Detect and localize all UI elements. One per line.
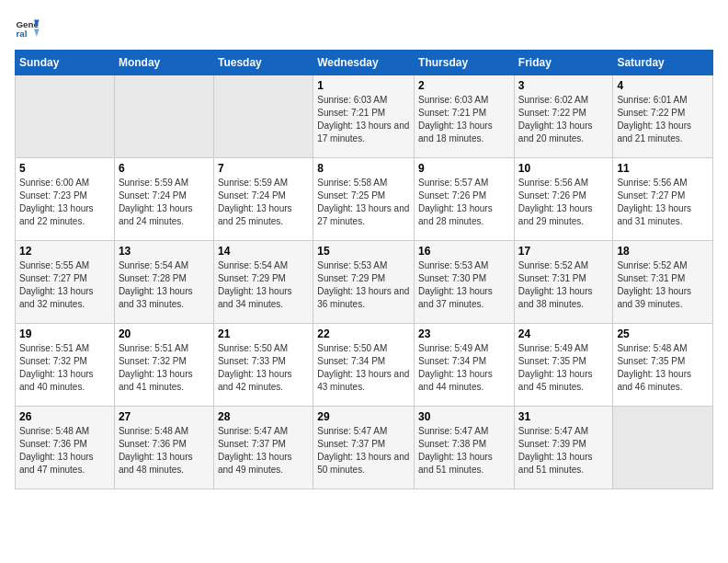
day-number: 29 (317, 410, 410, 423)
sunrise-text: Sunrise: 6:03 AM (418, 95, 488, 105)
day-number: 30 (418, 410, 510, 423)
daylight-text: Daylight: 13 hours and 36 minutes. (317, 286, 409, 309)
day-number: 20 (119, 327, 210, 340)
day-number: 17 (518, 245, 609, 258)
sunrise-text: Sunrise: 5:53 AM (418, 260, 488, 270)
sunset-text: Sunset: 7:29 PM (218, 273, 286, 283)
column-header-wednesday: Wednesday (313, 51, 415, 75)
column-header-friday: Friday (514, 51, 613, 75)
day-number: 26 (19, 410, 110, 423)
calendar-cell (114, 75, 213, 158)
calendar-cell: 13 Sunrise: 5:54 AM Sunset: 7:28 PM Dayl… (114, 241, 213, 324)
sunrise-text: Sunrise: 5:51 AM (119, 343, 188, 353)
sunset-text: Sunset: 7:34 PM (317, 356, 385, 366)
sunset-text: Sunset: 7:31 PM (617, 273, 685, 283)
daylight-text: Daylight: 13 hours and 24 minutes. (119, 203, 193, 226)
logo-icon: Gene ral (15, 15, 40, 40)
day-number: 7 (218, 162, 309, 175)
daylight-text: Daylight: 13 hours and 47 minutes. (19, 452, 94, 475)
sunset-text: Sunset: 7:31 PM (518, 273, 586, 283)
sunrise-text: Sunrise: 6:03 AM (317, 95, 387, 105)
sunrise-text: Sunrise: 5:58 AM (317, 178, 387, 188)
day-number: 1 (317, 79, 410, 92)
sunrise-text: Sunrise: 5:57 AM (418, 178, 488, 188)
daylight-text: Daylight: 13 hours and 40 minutes. (19, 369, 94, 392)
daylight-text: Daylight: 13 hours and 18 minutes. (418, 121, 493, 144)
daylight-text: Daylight: 13 hours and 29 minutes. (518, 203, 593, 226)
calendar-cell: 14 Sunrise: 5:54 AM Sunset: 7:29 PM Dayl… (213, 241, 313, 324)
day-number: 3 (518, 79, 609, 92)
day-number: 27 (119, 410, 210, 423)
day-number: 15 (317, 245, 410, 258)
day-number: 14 (218, 245, 309, 258)
column-header-tuesday: Tuesday (213, 51, 313, 75)
sunset-text: Sunset: 7:29 PM (317, 273, 385, 283)
calendar-table: SundayMondayTuesdayWednesdayThursdayFrid… (15, 50, 713, 489)
sunset-text: Sunset: 7:30 PM (418, 273, 486, 283)
calendar-cell: 18 Sunrise: 5:52 AM Sunset: 7:31 PM Dayl… (613, 241, 713, 324)
day-number: 4 (617, 79, 709, 92)
daylight-text: Daylight: 13 hours and 22 minutes. (19, 203, 94, 226)
sunrise-text: Sunrise: 5:55 AM (19, 260, 89, 270)
sunset-text: Sunset: 7:22 PM (518, 108, 586, 118)
sunset-text: Sunset: 7:37 PM (317, 439, 385, 449)
sunset-text: Sunset: 7:24 PM (218, 190, 286, 201)
sunrise-text: Sunrise: 5:56 AM (518, 178, 588, 188)
calendar-cell: 26 Sunrise: 5:48 AM Sunset: 7:36 PM Dayl… (16, 407, 115, 489)
sunrise-text: Sunrise: 5:53 AM (317, 260, 387, 270)
calendar-cell: 20 Sunrise: 5:51 AM Sunset: 7:32 PM Dayl… (114, 324, 213, 407)
day-number: 9 (418, 162, 510, 175)
sunset-text: Sunset: 7:21 PM (317, 108, 385, 118)
daylight-text: Daylight: 13 hours and 17 minutes. (317, 121, 409, 144)
calendar-cell: 7 Sunrise: 5:59 AM Sunset: 7:24 PM Dayli… (213, 158, 313, 241)
column-header-monday: Monday (114, 51, 213, 75)
daylight-text: Daylight: 13 hours and 25 minutes. (218, 203, 292, 226)
sunrise-text: Sunrise: 5:48 AM (19, 426, 89, 436)
day-number: 5 (19, 162, 110, 175)
calendar-cell: 31 Sunrise: 5:47 AM Sunset: 7:39 PM Dayl… (514, 407, 613, 489)
svg-marker-3 (34, 29, 40, 36)
sunset-text: Sunset: 7:36 PM (19, 439, 87, 449)
sunrise-text: Sunrise: 5:50 AM (218, 343, 288, 353)
sunrise-text: Sunrise: 5:51 AM (19, 343, 89, 353)
sunset-text: Sunset: 7:35 PM (518, 356, 586, 366)
calendar-cell (16, 75, 115, 158)
column-header-saturday: Saturday (613, 51, 713, 75)
calendar-cell: 25 Sunrise: 5:48 AM Sunset: 7:35 PM Dayl… (613, 324, 713, 407)
daylight-text: Daylight: 13 hours and 51 minutes. (518, 452, 593, 475)
sunrise-text: Sunrise: 5:49 AM (518, 343, 588, 353)
sunrise-text: Sunrise: 5:47 AM (518, 426, 588, 436)
sunrise-text: Sunrise: 5:48 AM (617, 343, 687, 353)
daylight-text: Daylight: 13 hours and 43 minutes. (317, 369, 409, 392)
daylight-text: Daylight: 13 hours and 50 minutes. (317, 452, 409, 475)
daylight-text: Daylight: 13 hours and 28 minutes. (418, 203, 493, 226)
day-number: 25 (617, 327, 709, 340)
calendar-cell: 15 Sunrise: 5:53 AM Sunset: 7:29 PM Dayl… (313, 241, 415, 324)
day-number: 16 (418, 245, 510, 258)
calendar-cell: 24 Sunrise: 5:49 AM Sunset: 7:35 PM Dayl… (514, 324, 613, 407)
sunset-text: Sunset: 7:28 PM (119, 273, 187, 283)
day-number: 10 (518, 162, 609, 175)
sunset-text: Sunset: 7:32 PM (19, 356, 87, 366)
day-number: 13 (119, 245, 210, 258)
sunrise-text: Sunrise: 5:52 AM (617, 260, 687, 270)
svg-text:ral: ral (16, 29, 27, 39)
calendar-cell: 12 Sunrise: 5:55 AM Sunset: 7:27 PM Dayl… (16, 241, 115, 324)
sunset-text: Sunset: 7:26 PM (418, 190, 486, 201)
calendar-cell: 2 Sunrise: 6:03 AM Sunset: 7:21 PM Dayli… (415, 75, 515, 158)
daylight-text: Daylight: 13 hours and 31 minutes. (617, 203, 691, 226)
sunset-text: Sunset: 7:27 PM (19, 273, 87, 283)
daylight-text: Daylight: 13 hours and 39 minutes. (617, 286, 691, 309)
calendar-cell: 11 Sunrise: 5:56 AM Sunset: 7:27 PM Dayl… (613, 158, 713, 241)
sunrise-text: Sunrise: 6:00 AM (19, 178, 89, 188)
calendar-cell: 19 Sunrise: 5:51 AM Sunset: 7:32 PM Dayl… (16, 324, 115, 407)
calendar-cell: 5 Sunrise: 6:00 AM Sunset: 7:23 PM Dayli… (16, 158, 115, 241)
sunrise-text: Sunrise: 5:47 AM (418, 426, 488, 436)
daylight-text: Daylight: 13 hours and 46 minutes. (617, 369, 691, 392)
sunrise-text: Sunrise: 5:59 AM (218, 178, 288, 188)
day-number: 31 (518, 410, 609, 423)
daylight-text: Daylight: 13 hours and 20 minutes. (518, 121, 593, 144)
day-number: 18 (617, 245, 709, 258)
sunset-text: Sunset: 7:27 PM (617, 190, 685, 201)
day-number: 23 (418, 327, 510, 340)
